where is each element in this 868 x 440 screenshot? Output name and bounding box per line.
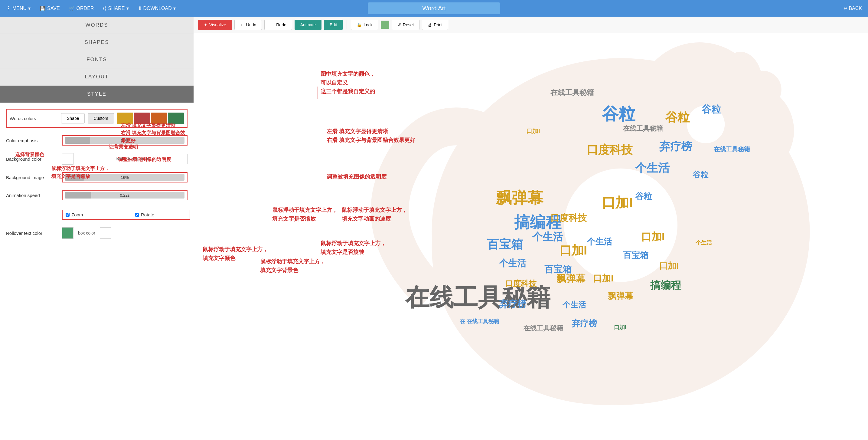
annotation-color-fill: 图中填充文字的颜色，可以自定义这三个都是我自定义的 [112,103,187,103]
menu-chevron-icon: ▾ [28,5,31,11]
visualize-button[interactable]: ✦ Visualize [198,20,232,30]
download-button[interactable]: ⬇ DOWNLOAD ▾ [138,5,176,11]
color-swatches [117,113,184,124]
undo-icon: ← [240,22,244,27]
wc-word-gsh5: 个生活 [562,300,586,310]
wc-word-kdkj3: 口度科技 [505,278,536,289]
background-image-label: Background image [6,175,58,180]
wc-word-pdm1: 飘弹幕 [496,187,543,209]
print-button[interactable]: 🖨 Print [422,20,448,30]
visualize-icon: ✦ [204,22,208,27]
toolbar: ✦ Visualize ← Undo → Redo Animate Edit 🔒… [193,17,868,33]
wc-word-pdm3: 飘弹幕 [608,291,633,302]
wc-word-qtb2: 弃疗榜 [499,298,526,311]
rotate-checkbox[interactable] [135,213,139,217]
lock-button[interactable]: 🔒 Lock [351,20,378,30]
reset-icon: ↺ [397,22,401,27]
tab-fonts[interactable]: FONTS [0,51,193,68]
wc-word-bbx1: 百宝箱 [487,236,523,253]
wc-word-gucu5: 谷粒 [692,170,708,180]
background-image-row: Background image 16% [6,172,187,182]
wc-word-sm3: 在 在线工具秘籍 [460,318,499,325]
make-transparent-button[interactable]: Make transparent [78,154,187,164]
wc-word-qtb3: 弃疗榜 [571,318,597,329]
left-panel: WORDS SHAPES FONTS LAYOUT STYLE Words co… [0,17,193,440]
annotation-right-7: 鼠标浮动于填充文字上方，填充文字背景色 [260,257,326,275]
animation-speed-slider[interactable]: 0.22s [62,190,187,200]
menu-icon: ⋮ [6,5,11,11]
shape-button[interactable]: Shape [61,113,85,123]
wc-word-gsh4: 个生活 [587,236,612,247]
annotation-right-8: 鼠标浮动于填充文字上方，填充文字是否旋转 [320,239,386,257]
color-swatch-4[interactable] [168,113,184,124]
box-color-swatch[interactable] [100,227,111,239]
main-layout: WORDS SHAPES FONTS LAYOUT STYLE Words co… [0,17,868,440]
tab-shapes[interactable]: SHAPES [0,34,193,51]
color-emphasis-row: Color emphasis 21% [6,135,187,146]
rollover-color-swatch[interactable] [62,227,73,239]
custom-button[interactable]: Custom [88,113,114,123]
redo-button[interactable]: → Redo [264,20,292,30]
wc-word-gcc2: 搞编程 [650,278,681,292]
background-color-label: Background color [6,156,58,162]
tab-words[interactable]: WORDS [0,17,193,34]
words-colors-label: Words colors [10,116,58,121]
background-image-slider[interactable]: 16% [62,172,187,182]
undo-button[interactable]: ← Undo [235,20,262,30]
zoom-checkbox[interactable] [66,213,69,217]
rollover-text-color-label: Rollover text color [6,231,58,236]
background-color-swatch[interactable] [62,153,73,165]
annotation-right-3: 调整被填充图像的透明度 [327,173,386,181]
wc-word-kjI4: 口加I [593,272,613,285]
wc-word-gucu4: 谷粒 [635,190,652,202]
back-icon: ↩ [843,6,847,11]
redo-icon: → [270,22,274,27]
box-color-label: box color [78,231,95,235]
color-swatch-3[interactable] [151,113,167,124]
annotation-right-5: 鼠标浮动于填充文字上方，填充文字动画的速度 [342,206,407,223]
animate-button[interactable]: Animate [294,20,321,30]
wc-word-gsh1: 个生活 [635,160,670,176]
wc-word-bbx2: 百宝箱 [545,263,571,276]
tab-style[interactable]: STYLE [0,86,193,103]
back-button[interactable]: ↩ BACK [843,5,862,11]
share-icon: ⟨⟩ [103,5,106,11]
style-panel: Words colors Shape Custom Color emphasis… [0,103,193,440]
wc-word-kjI2: 口加I [559,242,587,259]
canvas-area: 在线工具秘籍 谷粒 谷粒 谷粒 谷粒 谷粒 飘弹幕 搞编程 百宝箱 口度科技 口… [193,33,868,440]
wc-word-gucu2: 谷粒 [665,109,689,125]
page-title: Word Art [368,2,500,14]
color-swatch-2[interactable] [134,113,150,124]
word-cloud: 在线工具秘籍 谷粒 谷粒 谷粒 谷粒 谷粒 飘弹幕 搞编程 百宝箱 口度科技 口… [193,33,868,440]
save-button[interactable]: 💾 SAVE [40,5,60,11]
color-emphasis-slider[interactable]: 21% [62,135,187,146]
background-color-row: Background color Make transparent [6,153,187,165]
share-chevron-icon: ▾ [126,5,129,11]
animation-speed-row: Animation speed 0.22s Zoom [6,190,187,220]
wc-word-gsh2: 个生活 [532,230,563,244]
animation-speed-label: Animation speed [6,193,58,198]
annotation-right-2: 左滑 填充文字显得更清晰右滑 填充文字与背景图融合效果更好 [327,127,415,145]
wc-word-bbx3: 百宝箱 [623,250,648,261]
wc-word-qtb1: 弃疗榜 [659,139,692,154]
reset-button[interactable]: ↺ Reset [392,20,420,30]
rotate-checkbox-label[interactable]: Rotate [135,212,187,217]
menu-button[interactable]: ⋮ MENU ▾ [6,5,31,11]
tab-layout[interactable]: LAYOUT [0,68,193,86]
annotation-right-1: 图中填充文字的颜色，可以自定义这三个都是我自定义的 [320,69,375,96]
zoom-checkbox-label[interactable]: Zoom [66,212,117,217]
wc-word-sm5: 口加I [614,324,626,331]
share-button[interactable]: ⟨⟩ SHARE ▾ [103,5,128,11]
rollover-text-color-row: Rollover text color box color [6,227,187,239]
print-icon: 🖨 [428,22,432,27]
wc-word-kdkj2: 口度科技 [551,212,587,224]
annotation-right-6: 鼠标浮动于填充文字上方，填充文字颜色 [203,245,268,263]
words-colors-row: Words colors Shape Custom [6,109,187,128]
toolbar-separator-1 [347,20,347,29]
color-indicator[interactable] [381,21,389,29]
edit-button[interactable]: Edit [324,20,343,30]
color-swatch-1[interactable] [117,113,133,124]
nav-left: ⋮ MENU ▾ 💾 SAVE 🛒 ORDER ⟨⟩ SHARE ▾ ⬇ DOW… [6,5,176,11]
order-icon: 🛒 [69,5,75,11]
order-button[interactable]: 🛒 ORDER [69,5,94,11]
